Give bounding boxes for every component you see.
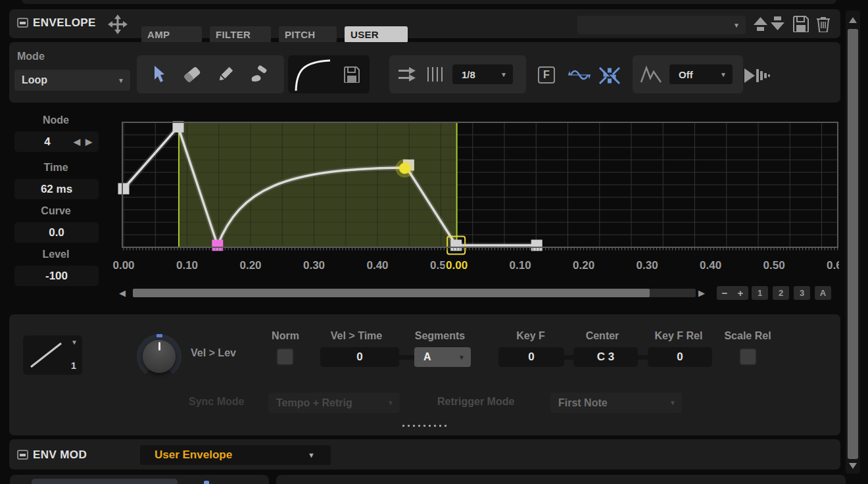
- select-tool-icon[interactable]: [152, 65, 168, 84]
- vel-time-field[interactable]: 0: [320, 347, 399, 367]
- curve-shape-icon: [293, 58, 333, 92]
- vel-time-label: Vel > Time: [331, 330, 382, 342]
- preset-dropdown[interactable]: ▼: [577, 16, 746, 34]
- grid-lines-icon[interactable]: [426, 66, 443, 83]
- sync-mode-label: Sync Mode: [189, 396, 244, 408]
- curve-shape-button[interactable]: [288, 55, 370, 93]
- x-axis-tick-label: 0.20: [239, 259, 261, 272]
- tab-pitch[interactable]: PITCH: [279, 26, 337, 43]
- scroll-left-icon[interactable]: ◀: [119, 288, 126, 298]
- envelope-node[interactable]: [118, 183, 130, 194]
- linear-curve-icon: [27, 339, 65, 371]
- snap-group: 1/8 ▼: [389, 55, 526, 93]
- collapse-section-icon[interactable]: [17, 450, 28, 460]
- shift-right-icon[interactable]: [397, 66, 417, 83]
- page-all-button[interactable]: A: [815, 286, 831, 300]
- brush-tool-icon[interactable]: [249, 65, 269, 84]
- draw-tools-group: [137, 55, 284, 93]
- sync-mode-value: Tempo + Retrig: [268, 397, 352, 409]
- env-mod-source-dropdown[interactable]: User Envelope ▼: [140, 445, 331, 465]
- page-3-button[interactable]: 3: [794, 286, 810, 300]
- segments-label: Segments: [415, 330, 465, 342]
- chevron-down-icon: ▼: [308, 451, 315, 459]
- envelope-graph[interactable]: [121, 121, 839, 251]
- scroll-up-icon[interactable]: [849, 17, 857, 23]
- chevron-down-icon: ▼: [118, 77, 124, 84]
- curve-value-field[interactable]: 0.0: [14, 222, 99, 243]
- x-axis-tick-label: 0.30: [637, 259, 658, 272]
- x-axis-tick-label: 0.00: [445, 259, 469, 272]
- follow-toggle[interactable]: F: [538, 66, 555, 84]
- tab-user[interactable]: USER: [345, 26, 408, 43]
- key-f-rel-field[interactable]: 0: [648, 347, 712, 367]
- tab-filter[interactable]: FILTER: [210, 26, 271, 43]
- tab-amp[interactable]: AMP: [141, 26, 202, 43]
- scroll-down-icon[interactable]: [849, 463, 857, 469]
- bipolar-toggle-icon[interactable]: [567, 66, 592, 85]
- chevron-down-icon: ▼: [733, 22, 740, 29]
- envelope-header-panel: ENVELOPE AMP FILTER PITCH USER ▼: [9, 9, 840, 38]
- x-axis: 0.000.100.200.300.400.500.000.100.200.30…: [99, 259, 839, 275]
- zoom-in-button[interactable]: +: [738, 287, 744, 299]
- curve-label: Curve: [41, 205, 70, 217]
- key-f-field[interactable]: 0: [498, 347, 564, 367]
- fade-dropdown[interactable]: Off ▼: [669, 64, 733, 84]
- pencil-tool-icon[interactable]: [216, 65, 235, 84]
- node-step-back-icon[interactable]: ◀: [74, 137, 80, 147]
- converge-nodes-icon[interactable]: [597, 66, 622, 85]
- delete-preset-icon[interactable]: [815, 15, 831, 32]
- mode-dropdown[interactable]: Loop ▼: [14, 70, 130, 91]
- mode-value: Loop: [14, 74, 47, 86]
- save-curve-icon[interactable]: [343, 66, 360, 83]
- scroll-right-icon[interactable]: ▶: [698, 288, 705, 298]
- snap-value: 1/8: [452, 69, 475, 80]
- knob-indicator: [158, 342, 160, 351]
- envelope-node[interactable]: [212, 240, 223, 251]
- collapse-section-icon[interactable]: [17, 18, 28, 28]
- eraser-tool-icon[interactable]: [182, 65, 202, 84]
- graph-scrollbar-thumb[interactable]: [133, 289, 650, 297]
- env-mod-source-value: User Envelope: [140, 448, 232, 462]
- velocity-curve-button[interactable]: ▼ 1: [23, 335, 82, 375]
- move-panel-icon[interactable]: [107, 13, 129, 36]
- x-axis-tick-label: 0.40: [700, 259, 721, 272]
- save-preset-icon[interactable]: [792, 15, 809, 32]
- retrigger-mode-value: First Note: [550, 397, 608, 409]
- time-value-field[interactable]: 62 ms: [14, 179, 99, 199]
- vel-lev-knob[interactable]: [137, 334, 181, 379]
- snap-value-dropdown[interactable]: 1/8 ▼: [452, 64, 513, 84]
- next-section-right: [276, 475, 846, 484]
- x-axis-tick-label: 0.10: [510, 259, 531, 272]
- level-value-field[interactable]: -100: [14, 266, 99, 286]
- preset-next-icon[interactable]: [770, 16, 785, 31]
- zoom-out-button[interactable]: −: [722, 287, 728, 299]
- zoom-buttons-group: − +: [717, 286, 748, 300]
- trigger-preview-icon[interactable]: [743, 66, 772, 85]
- x-axis-tick-label: 0.60: [827, 259, 839, 272]
- scale-rel-checkbox[interactable]: [739, 348, 757, 366]
- chevron-down-icon: ▼: [720, 71, 727, 78]
- center-field[interactable]: C 3: [573, 347, 638, 367]
- norm-checkbox[interactable]: [276, 348, 294, 366]
- chevron-down-icon: ▼: [669, 399, 676, 406]
- node-value-field[interactable]: 4 ◀ ▶: [14, 132, 99, 152]
- v-scrollbar-track[interactable]: [846, 11, 860, 473]
- retrigger-mode-dropdown[interactable]: First Note ▼: [550, 393, 682, 413]
- fade-group: Off ▼: [633, 55, 743, 93]
- node-step-forward-icon[interactable]: ▶: [85, 137, 92, 147]
- resize-handle-dots[interactable]: [402, 425, 446, 427]
- x-axis-tick-label: 0.00: [112, 259, 134, 272]
- segments-dropdown[interactable]: A ▼: [414, 347, 471, 367]
- page-2-button[interactable]: 2: [773, 286, 789, 300]
- fade-value: Off: [669, 69, 693, 80]
- page-1-button[interactable]: 1: [752, 286, 768, 300]
- v-scrollbar-thumb[interactable]: [848, 29, 858, 459]
- key-f-label: Key F: [516, 330, 545, 342]
- chevron-down-icon: ▼: [500, 71, 507, 78]
- graph-scrollbar-track[interactable]: [133, 289, 696, 297]
- sync-mode-dropdown[interactable]: Tempo + Retrig ▼: [268, 393, 400, 413]
- center-label: Center: [586, 330, 619, 342]
- preset-previous-icon[interactable]: [753, 16, 768, 31]
- chevron-down-icon[interactable]: ▼: [71, 339, 78, 346]
- vel-lev-label: Vel > Lev: [191, 347, 236, 359]
